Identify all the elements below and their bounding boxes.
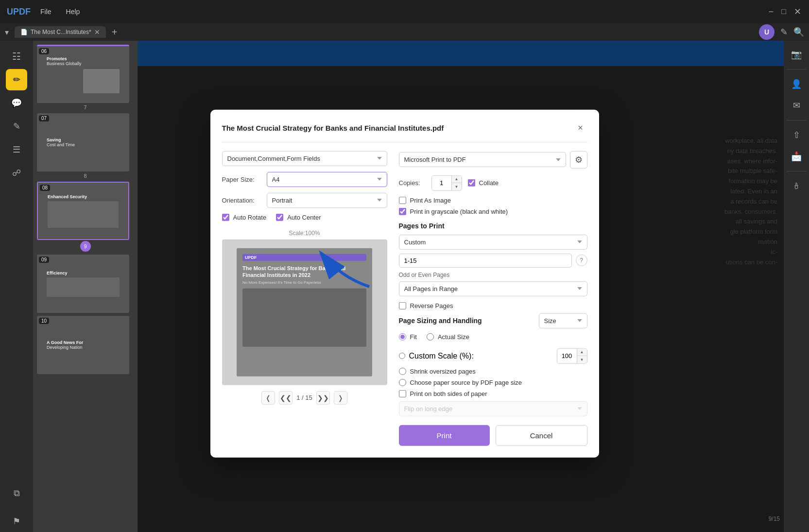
thumb-label: 8 — [37, 173, 134, 179]
sidebar-list-icon[interactable]: ☰ — [6, 139, 27, 160]
active-tab[interactable]: 📄 The Most C...Institutes* ✕ — [15, 26, 106, 38]
sidebar-pages-icon[interactable]: ☷ — [6, 46, 27, 67]
new-tab-button[interactable]: + — [112, 27, 118, 38]
copies-input-group: ▲ ▼ — [431, 175, 462, 190]
orientation-select[interactable]: Portrait — [267, 192, 387, 207]
thumbnail-8[interactable]: 07 Saving Cost and Time 8 — [37, 113, 134, 179]
copies-spin: ▲ ▼ — [451, 175, 462, 190]
collate-label: Collate — [479, 179, 499, 187]
thumbnail-panel: 06 Promotes Business Globally 7 07 Savin… — [33, 41, 138, 532]
reverse-pages-checkbox[interactable] — [399, 302, 406, 309]
preview-subtitle: No More Expenses! It's Time to Go Paperl… — [242, 280, 366, 285]
thumb-badge: 06 — [39, 48, 49, 54]
document-type-select[interactable]: Document,Comment,Form Fields — [222, 151, 387, 166]
search-icon[interactable]: 🔍 — [793, 27, 804, 37]
copies-label: Copies: — [399, 179, 426, 187]
thumbnail-9[interactable]: 08 Enhanced Security 9 — [37, 182, 134, 252]
prev-page-button[interactable]: ❮❮ — [279, 391, 293, 404]
copies-down-button[interactable]: ▼ — [452, 183, 462, 190]
grayscale-row: Print in grayscale (black and white) — [399, 207, 587, 215]
right-sidebar-icon-2[interactable]: 👤 — [788, 75, 805, 93]
pages-to-print-title: Pages to Print — [399, 222, 587, 229]
thumbnail-7[interactable]: 06 Promotes Business Globally 7 — [37, 45, 134, 110]
reverse-pages-row: Reverse Pages — [399, 302, 587, 309]
auto-center-row: Auto Center — [276, 213, 321, 221]
choose-paper-label: Choose paper source by PDF page size — [410, 378, 522, 386]
restore-button[interactable]: □ — [781, 7, 786, 16]
close-button[interactable]: ✕ — [794, 6, 801, 17]
fit-radio[interactable] — [399, 333, 406, 340]
account-icon[interactable]: U — [759, 24, 775, 40]
tab-dropdown-icon[interactable]: ▾ — [5, 28, 9, 37]
dialog-header: The Most Crucial Strategy for Banks and … — [222, 121, 587, 142]
auto-center-checkbox[interactable] — [276, 213, 283, 221]
cancel-button[interactable]: Cancel — [496, 425, 587, 446]
print-as-image-checkbox[interactable] — [399, 196, 406, 204]
printer-settings-button[interactable]: ⚙ — [570, 151, 587, 168]
pen-tool-icon[interactable]: ✎ — [780, 27, 788, 37]
printer-select[interactable]: Microsoft Print to PDF — [399, 152, 566, 167]
page-range-input[interactable] — [399, 253, 572, 267]
first-page-button[interactable]: ❬ — [261, 391, 275, 404]
tab-favicon: 📄 — [20, 29, 28, 35]
shrink-radio[interactable] — [399, 367, 406, 375]
dialog-close-button[interactable]: × — [574, 121, 587, 135]
sidebar-edit-icon[interactable]: ✎ — [6, 116, 27, 137]
print-button[interactable]: Print — [399, 425, 490, 446]
choose-paper-radio[interactable] — [399, 378, 406, 386]
selected-page-badge: 9 — [80, 241, 91, 252]
auto-rotate-checkbox[interactable] — [222, 213, 229, 221]
sidebar-highlight-icon[interactable]: ✏ — [6, 69, 27, 90]
range-help-button[interactable]: ? — [576, 255, 587, 266]
dialog-right-col: Microsoft Print to PDF ⚙ Copies: ▲ ▼ Col… — [399, 151, 587, 446]
shrink-radio-row: Shrink oversized pages — [399, 367, 587, 375]
thumb-badge: 09 — [39, 257, 49, 263]
flip-long-edge-select: Flip on long edge — [399, 401, 587, 416]
pagination-info: 1 / 15 — [296, 394, 312, 401]
copies-input[interactable] — [432, 179, 451, 187]
right-sidebar: 📷 👤 ✉ ⇧ 📩 🕯 — [784, 41, 809, 532]
auto-rotate-label: Auto Rotate — [233, 213, 267, 221]
sidebar-layer-icon[interactable]: ⧉ — [6, 482, 27, 504]
actual-size-radio[interactable] — [427, 333, 434, 340]
printer-row: Microsoft Print to PDF ⚙ — [399, 151, 587, 168]
thumbnail-10[interactable]: 09 Efficiency — [37, 255, 134, 313]
odd-even-label: Odd or Even Pages — [399, 271, 587, 278]
preview-logo: UPDF — [242, 254, 366, 260]
nav-file[interactable]: File — [40, 8, 52, 16]
page-sizing-title: Page Sizing and Handling — [399, 317, 482, 325]
custom-scale-label: Custom Scale (%): — [409, 351, 474, 360]
thumbnail-11[interactable]: 10 A Good News For Developing Nation — [37, 316, 134, 374]
grayscale-checkbox[interactable] — [399, 207, 406, 215]
paper-size-select[interactable]: A4 — [267, 172, 387, 187]
sidebar-form-icon[interactable]: ☍ — [6, 162, 27, 184]
last-page-button[interactable]: ❭ — [334, 391, 347, 404]
orientation-label: Orientation: — [222, 196, 261, 204]
nav-help[interactable]: Help — [66, 8, 80, 16]
scale-value-input[interactable] — [557, 352, 577, 360]
tab-close-icon[interactable]: ✕ — [94, 28, 100, 36]
scale-down-button[interactable]: ▼ — [577, 356, 587, 363]
all-pages-select[interactable]: All Pages in Range — [399, 281, 587, 296]
scale-up-button[interactable]: ▲ — [577, 348, 587, 356]
right-sidebar-upload-icon[interactable]: ⇧ — [788, 126, 805, 144]
custom-scale-radio[interactable] — [399, 353, 405, 359]
pages-custom-select[interactable]: Custom — [399, 234, 587, 249]
thumb-badge: 08 — [40, 185, 50, 191]
right-sidebar-storage-icon[interactable]: 🕯 — [788, 177, 805, 195]
left-sidebar: ☷ ✏ 💬 ✎ ☰ ☍ ⧉ ⚑ — [0, 41, 33, 532]
auto-options-row: Auto Rotate Auto Center — [222, 213, 387, 224]
minimize-button[interactable]: − — [769, 7, 774, 17]
copies-up-button[interactable]: ▲ — [452, 175, 462, 183]
size-mode-select[interactable]: Size — [539, 313, 587, 328]
sidebar-comment-icon[interactable]: 💬 — [6, 92, 27, 114]
sidebar-bookmark-icon[interactable]: ⚑ — [6, 511, 27, 532]
next-page-button[interactable]: ❯❯ — [316, 391, 330, 404]
right-sidebar-icon-1[interactable]: 📷 — [788, 46, 805, 63]
right-sidebar-icon-3[interactable]: ✉ — [788, 97, 805, 114]
right-sidebar-mail-icon[interactable]: 📩 — [788, 148, 805, 165]
dialog-title: The Most Crucial Strategy for Banks and … — [222, 124, 444, 132]
collate-checkbox[interactable] — [468, 179, 475, 187]
both-sides-checkbox[interactable] — [399, 390, 406, 397]
range-input-row: ? — [399, 253, 587, 267]
